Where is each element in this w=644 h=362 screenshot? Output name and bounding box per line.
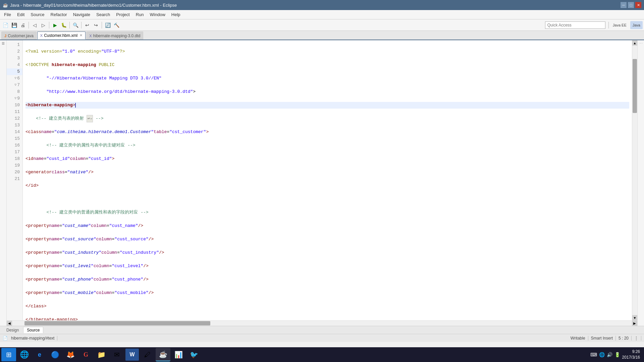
menu-run[interactable]: Run xyxy=(133,11,147,18)
menu-project[interactable]: Project xyxy=(113,11,132,18)
line-num-9: ▽9 xyxy=(7,95,22,102)
taskbar-twitter[interactable]: 🐦 xyxy=(186,348,201,361)
code-line-15: <property name="cust_source" column="cus… xyxy=(25,236,629,243)
line-num-16: 16 xyxy=(7,142,22,149)
toolbar-search[interactable]: 🔍 xyxy=(71,21,79,29)
toolbar-sep4 xyxy=(81,22,82,28)
menu-edit[interactable]: Edit xyxy=(14,11,27,18)
line-num-1: 1 xyxy=(7,42,22,48)
menu-refactor[interactable]: Refactor xyxy=(48,11,70,18)
tab-dtd[interactable]: X hibernate-mapping-3.0.dtd xyxy=(86,32,143,40)
toolbar-new[interactable]: 📄 xyxy=(1,21,9,29)
status-file-icon: 📄 xyxy=(3,336,8,341)
scroll-down-arrow[interactable]: ▼ xyxy=(632,315,637,320)
taskbar: ⊞ 🌐 e 🔵 🦊 G 📁 ✉ W 🖊 ☕ 📊 🐦 ⌨ 🌐 🔊 🔋 9:26 2… xyxy=(0,347,644,362)
quick-access-input[interactable] xyxy=(545,21,605,29)
hscroll-track[interactable] xyxy=(12,321,632,326)
line-num-10: 10 xyxy=(7,102,22,109)
code-line-10: <generator class="native"/> xyxy=(25,169,629,176)
taskbar-word[interactable]: W xyxy=(125,349,139,361)
line-num-21: 21 xyxy=(7,176,22,182)
tray-time: 9:26 xyxy=(622,349,640,355)
perspective-java[interactable]: Java xyxy=(630,21,643,29)
code-line-3: "-//Hibernate/Hibernate Mapping DTD 3.0/… xyxy=(25,75,629,82)
toolbar-sep6 xyxy=(608,22,609,28)
toolbar-print[interactable]: 🖨 xyxy=(19,21,27,29)
scroll-up-arrow[interactable]: ▲ xyxy=(632,40,637,46)
status-position: 5 : 20 xyxy=(616,336,632,341)
toolbar-redo[interactable]: ↪ xyxy=(92,21,100,29)
toolbar-sep3 xyxy=(69,22,70,28)
bottom-scrollbar[interactable]: ◀ ▶ xyxy=(7,320,637,326)
perspective-area: Java EE Java xyxy=(610,21,643,29)
right-panel-icon: ⋮ xyxy=(639,42,643,45)
toolbar-debug[interactable]: 🐛 xyxy=(60,21,68,29)
tab-customer-hbm-xml[interactable]: X Customer.hbm.xml ✕ xyxy=(37,32,86,40)
perspective-javaee[interactable]: Java EE xyxy=(610,21,629,29)
quick-access-area xyxy=(545,21,607,29)
line-num-18: 18 xyxy=(7,156,22,162)
line-numbers: 1 2 3 4 5 ▽6 ▽7 8 ▽9 10 11 12 13 14 15 1… xyxy=(7,40,23,320)
status-writable: Writable xyxy=(568,336,588,341)
left-panel: ☰ xyxy=(0,40,7,326)
code-line-2: <!DOCTYPE hibernate-mapping PUBLIC xyxy=(25,62,629,68)
tab-dtd-label: hibernate-mapping-3.0.dtd xyxy=(93,34,141,38)
taskbar-chrome[interactable]: 🔵 xyxy=(48,348,62,361)
tab-source[interactable]: Source xyxy=(23,327,43,333)
scroll-left-arrow[interactable]: ◀ xyxy=(7,321,12,326)
taskbar-email[interactable]: ✉ xyxy=(109,348,124,361)
toolbar-undo[interactable]: ↩ xyxy=(83,21,91,29)
toolbar-build[interactable]: 🔨 xyxy=(112,21,120,29)
window-title: Java - hibernate_day01/src/com/itheima/h… xyxy=(10,3,177,8)
toolbar-sep1 xyxy=(29,22,29,28)
toolbar-refresh[interactable]: 🔄 xyxy=(104,21,112,29)
line-num-19: 19 xyxy=(7,162,22,169)
toolbar-run[interactable]: ▶ xyxy=(51,21,59,29)
tab-customer-hbm-label: Customer.hbm.xml xyxy=(44,33,77,38)
toolbar-save[interactable]: 💾 xyxy=(10,21,18,29)
scroll-track[interactable] xyxy=(632,46,637,315)
tab-java-icon: J xyxy=(4,34,6,38)
taskbar-google[interactable]: G xyxy=(78,348,93,361)
taskbar-ie[interactable]: 🌐 xyxy=(17,348,32,361)
line-num-5: 5 xyxy=(7,68,22,75)
tab-close-icon[interactable]: ✕ xyxy=(79,33,83,38)
line-num-6: ▽6 xyxy=(7,75,22,82)
taskbar-eclipse[interactable]: ☕ xyxy=(156,348,170,361)
code-content[interactable]: <?xml version="1.0" encoding="UTF-8"?> <… xyxy=(23,40,632,320)
taskbar-explorer[interactable]: 📁 xyxy=(94,348,109,361)
toolbar-forward[interactable]: ▷ xyxy=(39,21,47,29)
menu-file[interactable]: File xyxy=(1,11,14,18)
minimize-button[interactable]: ─ xyxy=(621,2,627,8)
scroll-thumb[interactable] xyxy=(633,59,637,113)
maximize-button[interactable]: □ xyxy=(628,2,634,8)
hscroll-thumb[interactable] xyxy=(24,321,210,325)
editor-container: 1 2 3 4 5 ▽6 ▽7 8 ▽9 10 11 12 13 14 15 1… xyxy=(7,40,637,326)
tab-xml-icon: X xyxy=(40,34,43,38)
taskbar-firefox[interactable]: 🦊 xyxy=(63,348,78,361)
tray-volume-icon: 🔊 xyxy=(607,352,612,357)
code-line-9: <id name="cust_id" column="cust_id"> xyxy=(25,156,629,162)
tray-clock: 9:26 2017/3/16 xyxy=(622,349,640,360)
menu-navigate[interactable]: Navigate xyxy=(70,11,93,18)
taskbar-edit[interactable]: 🖊 xyxy=(140,348,155,361)
taskbar-edge[interactable]: e xyxy=(32,348,47,361)
tab-design[interactable]: Design xyxy=(3,327,22,334)
status-more: ⋮ xyxy=(632,336,641,341)
menu-help[interactable]: Help xyxy=(169,11,183,18)
menu-window[interactable]: Window xyxy=(147,11,168,18)
menu-source[interactable]: Source xyxy=(28,11,47,18)
menu-search[interactable]: Search xyxy=(94,11,113,18)
tab-customer-java[interactable]: J Customer.java xyxy=(1,32,37,40)
scroll-right-arrow[interactable]: ▶ xyxy=(632,321,637,326)
code-area: 1 2 3 4 5 ▽6 ▽7 8 ▽9 10 11 12 13 14 15 1… xyxy=(7,40,637,320)
tray-network-icon: 🌐 xyxy=(599,352,605,357)
close-button[interactable]: ✕ xyxy=(635,2,641,8)
right-scrollbar[interactable]: ▲ ▼ xyxy=(632,40,637,320)
taskbar-chart[interactable]: 📊 xyxy=(171,348,186,361)
toolbar-back[interactable]: ◁ xyxy=(31,21,39,29)
start-button[interactable]: ⊞ xyxy=(1,348,16,361)
tray-keyboard-icon: ⌨ xyxy=(590,352,597,357)
code-line-12 xyxy=(25,196,629,202)
window-controls[interactable]: ─ □ ✕ xyxy=(621,2,641,8)
